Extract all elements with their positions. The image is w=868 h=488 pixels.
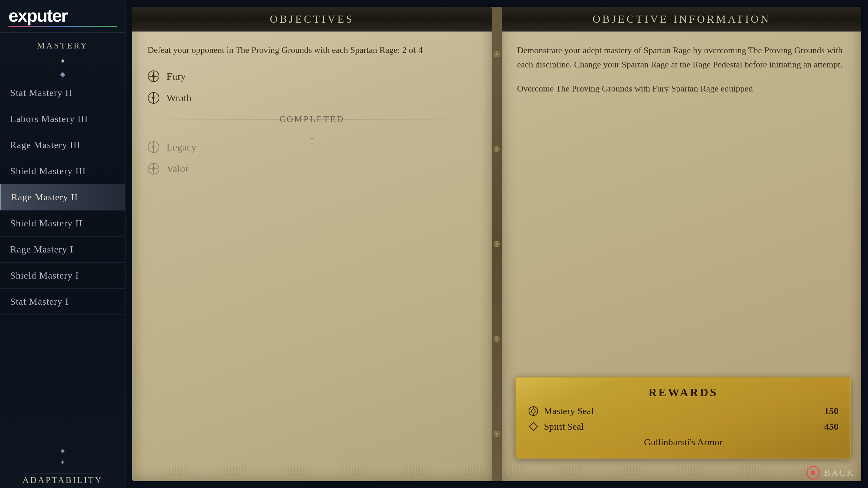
mastery-seal-name: Mastery Seal: [544, 406, 819, 416]
objectives-page: OBJECTIVES Defeat your opponent in The P…: [132, 7, 492, 481]
spine-rivet-2: [494, 146, 500, 152]
section-header-adaptability: ADAPTABILITY: [0, 470, 125, 488]
valor-label: Valor: [166, 163, 189, 175]
spine-rivet-3: [494, 241, 500, 247]
valor-icon: [147, 163, 160, 175]
info-title: OBJECTIVE INFORMATION: [509, 13, 854, 25]
book-spine: [492, 7, 502, 481]
info-content: Demonstrate your adept mastery of Sparta…: [502, 32, 861, 479]
diamond-btn-icon[interactable]: ◆: [60, 68, 65, 80]
objectives-header-band: OBJECTIVES: [132, 7, 492, 32]
logo-underline: [8, 26, 117, 27]
fury-label: Fury: [166, 70, 186, 82]
objective-wrath: Wrath: [147, 92, 476, 104]
objectives-content: Defeat your opponent in The Proving Grou…: [132, 32, 492, 479]
reward-spirit-seal: Spirit Seal 450: [528, 421, 839, 432]
y-button-icon[interactable]: ✦: [60, 54, 66, 68]
nav-item-shield-mastery-1[interactable]: Shield Mastery I: [0, 263, 125, 289]
nav-item-rage-mastery-3[interactable]: Rage Mastery III: [0, 132, 125, 158]
book-area: OBJECTIVES Defeat your opponent in The P…: [125, 0, 868, 488]
info-description-1: Demonstrate your adept mastery of Sparta…: [517, 43, 846, 72]
diamond-indicator-bottom: ◆: [61, 447, 65, 456]
nav-item-stat-mastery-1[interactable]: Stat Mastery I: [0, 289, 125, 315]
spirit-seal-value: 450: [824, 421, 839, 432]
wrath-icon: [147, 92, 160, 104]
objective-valor: Valor: [147, 163, 476, 175]
section-header-mastery: MASTERY: [0, 33, 125, 54]
objective-main-text: Defeat your opponent in The Proving Grou…: [147, 43, 476, 57]
spine-rivet-5: [494, 431, 500, 437]
info-description-2: Overcome The Proving Grounds with Fury S…: [517, 82, 846, 96]
section-divider-bottom: [13, 473, 113, 473]
spirit-seal-icon: [528, 421, 539, 432]
logo-area: exputer: [0, 0, 125, 33]
spine-rivet-1: [494, 51, 500, 57]
rewards-box: REWARDS Mastery Seal 150: [515, 377, 851, 459]
svg-point-17: [531, 409, 535, 413]
legacy-icon: [147, 141, 160, 153]
nav-item-shield-mastery-3[interactable]: Shield Mastery III: [0, 158, 125, 184]
nav-item-shield-mastery-2[interactable]: Shield Mastery II: [0, 210, 125, 237]
objective-legacy: Legacy: [147, 141, 476, 153]
nav-item-labors-mastery-3[interactable]: Labors Mastery III: [0, 106, 125, 132]
mastery-seal-icon: [528, 406, 539, 416]
wrath-label: Wrath: [166, 92, 192, 104]
reward-mastery-seal: Mastery Seal 150: [528, 406, 839, 416]
scroll-bottom-arrow: ✦: [60, 456, 65, 470]
section-divider-top: [13, 39, 113, 39]
mastery-seal-value: 150: [824, 406, 839, 416]
objective-fury: Fury: [147, 70, 476, 82]
completed-text: COMPLETED: [273, 114, 351, 124]
logo-text: exputer: [8, 7, 117, 24]
info-header-band: OBJECTIVE INFORMATION: [502, 7, 861, 32]
back-button[interactable]: BACK: [806, 466, 854, 480]
nav-item-stat-mastery-2[interactable]: Stat Mastery II: [0, 80, 125, 106]
objectives-title: OBJECTIVES: [139, 13, 485, 25]
reward-special-item: Gullinbursti's Armor: [528, 437, 839, 448]
page-bottom-deco-left: [132, 466, 492, 476]
sidebar: exputer MASTERY ✦ ◆ Stat Mastery II Labo…: [0, 0, 125, 488]
info-page: OBJECTIVE INFORMATION Demonstrate your a…: [502, 7, 861, 481]
spine-rivet-4: [494, 336, 500, 342]
sidebar-scroll-bottom: ◆ ✦: [0, 447, 125, 470]
nav-item-rage-mastery-2[interactable]: Rage Mastery II: [0, 184, 125, 210]
nav-list: Stat Mastery II Labors Mastery III Rage …: [0, 80, 125, 447]
spirit-seal-name: Spirit Seal: [544, 421, 819, 432]
nav-item-rage-mastery-1[interactable]: Rage Mastery I: [0, 237, 125, 263]
legacy-label: Legacy: [166, 141, 196, 153]
completed-divider: COMPLETED: [147, 114, 476, 124]
back-label: BACK: [824, 467, 854, 478]
fury-icon: [147, 70, 160, 82]
sidebar-scroll-top: ✦ ◆: [0, 54, 125, 80]
completed-arrow: ⌄: [147, 133, 476, 141]
rewards-title: REWARDS: [528, 386, 839, 399]
back-circle-icon: [806, 466, 820, 480]
